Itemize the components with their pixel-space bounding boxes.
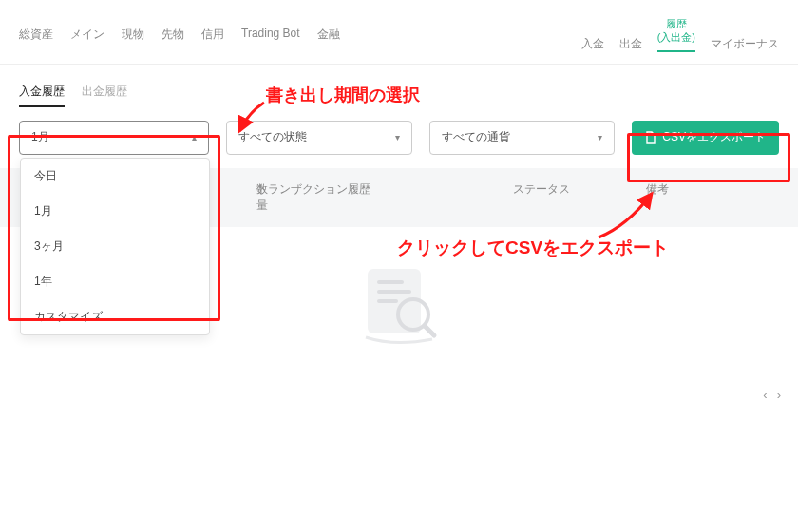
col-note: 備考 [646, 181, 779, 214]
nav-futures[interactable]: 先物 [162, 27, 184, 43]
nav-spot[interactable]: 現物 [122, 27, 144, 43]
nav-left-group: 総資産 メイン 現物 先物 信用 Trading Bot 金融 [19, 27, 340, 43]
tab-withdraw-history[interactable]: 出金履歴 [82, 84, 127, 107]
period-option-custom[interactable]: カスタマイズ [21, 299, 209, 334]
currency-dropdown[interactable]: すべての通貨 ▾ [429, 121, 616, 155]
svg-rect-2 [377, 290, 411, 294]
period-option-today[interactable]: 今日 [21, 159, 209, 194]
pager-prev[interactable]: ‹ [763, 388, 767, 402]
nav-history-active[interactable]: 履歴 (入出金) [657, 17, 695, 52]
filter-row: 1月 ▴ 今日 1月 3ヶ月 1年 カスタマイズ すべての状態 ▾ すべての通貨… [0, 107, 798, 168]
nav-history-line2: (入出金) [657, 30, 695, 44]
nav-main[interactable]: メイン [70, 27, 104, 43]
col-status: ステータス [513, 181, 646, 214]
caret-up-icon: ▴ [192, 132, 197, 142]
nav-assets[interactable]: 総資産 [19, 27, 53, 43]
period-option-1year[interactable]: 1年 [21, 264, 209, 299]
period-option-3months[interactable]: 3ヶ月 [21, 229, 209, 264]
history-tabs: 入金履歴 出金履歴 [0, 65, 798, 107]
export-csv-label: CSVをエクスポート [662, 129, 766, 145]
period-dropdown[interactable]: 1月 ▴ 今日 1月 3ヶ月 1年 カスタマイズ [19, 121, 209, 155]
document-icon [645, 131, 656, 144]
period-selected-value: 1月 [31, 129, 49, 145]
pager-next[interactable]: › [777, 388, 781, 402]
period-option-1month[interactable]: 1月 [21, 194, 209, 229]
nav-withdraw[interactable]: 出金 [619, 36, 642, 52]
nav-trading-bot[interactable]: Trading Bot [241, 27, 300, 43]
svg-rect-1 [377, 280, 404, 284]
caret-down-icon: ▾ [598, 132, 602, 142]
pager: ‹ › [763, 388, 781, 402]
tab-deposit-history[interactable]: 入金履歴 [19, 84, 65, 107]
period-dropdown-menu: 今日 1月 3ヶ月 1年 カスタマイズ [20, 158, 210, 335]
nav-bonus[interactable]: マイボーナス [711, 36, 779, 52]
status-selected-value: すべての状態 [238, 129, 307, 145]
currency-selected-value: すべての通貨 [442, 129, 510, 145]
nav-deposit[interactable]: 入金 [581, 36, 604, 52]
status-dropdown[interactable]: すべての状態 ▾ [226, 121, 412, 155]
top-navigation: 総資産 メイン 現物 先物 信用 Trading Bot 金融 入金 出金 履歴… [0, 0, 798, 65]
empty-document-icon [347, 256, 451, 351]
nav-margin[interactable]: 信用 [201, 27, 224, 43]
col-transaction: トランザクション履歴 [256, 181, 513, 214]
svg-line-5 [425, 326, 434, 335]
nav-right-group: 入金 出金 履歴 (入出金) マイボーナス [581, 17, 779, 52]
caret-down-icon: ▾ [395, 132, 400, 142]
nav-history-line1: 履歴 [666, 18, 687, 29]
nav-finance[interactable]: 金融 [317, 27, 340, 43]
export-csv-button[interactable]: CSVをエクスポート [632, 121, 779, 155]
svg-rect-3 [377, 299, 398, 303]
